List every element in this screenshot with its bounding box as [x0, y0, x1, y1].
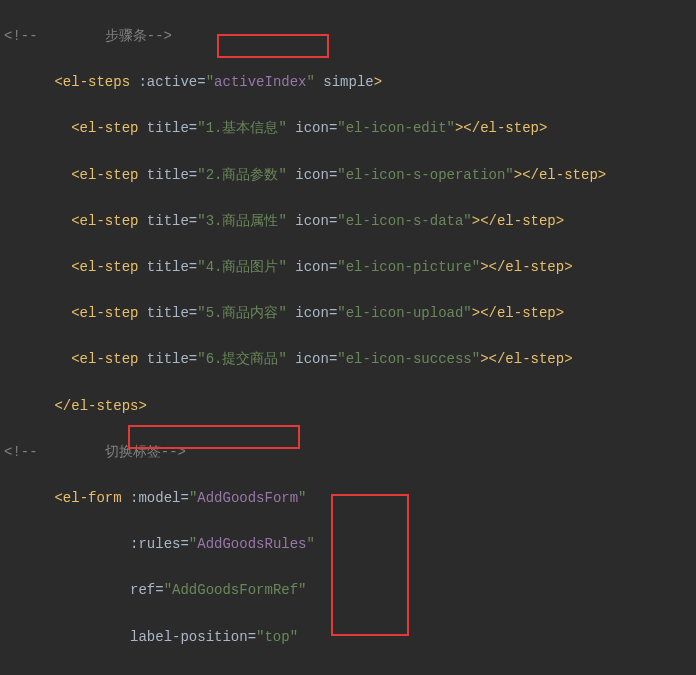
code-line[interactable]: <el-form :model="AddGoodsForm": [4, 487, 696, 510]
code-line[interactable]: <el-step title="6.提交商品" icon="el-icon-su…: [4, 348, 696, 371]
comment-tabs: <!-- 切换标签-->: [4, 444, 186, 460]
code-line[interactable]: <!-- 步骤条-->: [4, 25, 696, 48]
code-line[interactable]: <el-step title="3.商品属性" icon="el-icon-s-…: [4, 210, 696, 233]
code-line[interactable]: <el-step title="2.商品参数" icon="el-icon-s-…: [4, 164, 696, 187]
code-line[interactable]: </el-steps>: [4, 395, 696, 418]
code-area[interactable]: <!-- 步骤条--> <el-steps :active="activeInd…: [0, 0, 696, 675]
comment-steps: <!-- 步骤条-->: [4, 28, 172, 44]
code-line[interactable]: <el-step title="4.商品图片" icon="el-icon-pi…: [4, 256, 696, 279]
code-line[interactable]: ref="AddGoodsFormRef": [4, 579, 696, 602]
code-line[interactable]: <el-steps :active="activeIndex" simple>: [4, 71, 696, 94]
code-line[interactable]: :rules="AddGoodsRules": [4, 533, 696, 556]
code-line[interactable]: <el-step title="5.商品内容" icon="el-icon-up…: [4, 302, 696, 325]
code-line[interactable]: <!-- 切换标签-->: [4, 441, 696, 464]
code-editor[interactable]: <!-- 步骤条--> <el-steps :active="activeInd…: [0, 0, 696, 675]
code-line[interactable]: label-position="top": [4, 626, 696, 649]
code-line[interactable]: <el-step title="1.基本信息" icon="el-icon-ed…: [4, 117, 696, 140]
